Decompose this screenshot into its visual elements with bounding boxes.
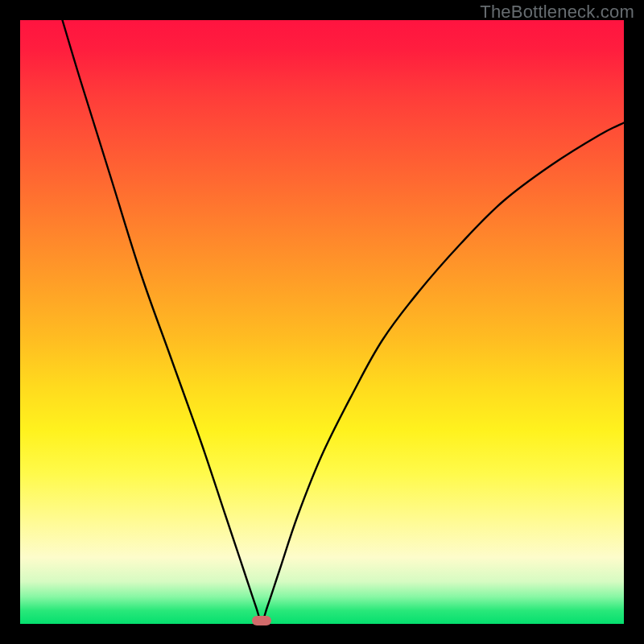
bottleneck-curve bbox=[63, 20, 625, 621]
watermark-text: TheBottleneck.com bbox=[480, 2, 634, 23]
curve-svg bbox=[20, 20, 624, 624]
chart-frame: TheBottleneck.com bbox=[0, 0, 644, 644]
minimum-marker bbox=[252, 616, 271, 625]
plot-area bbox=[20, 20, 624, 624]
